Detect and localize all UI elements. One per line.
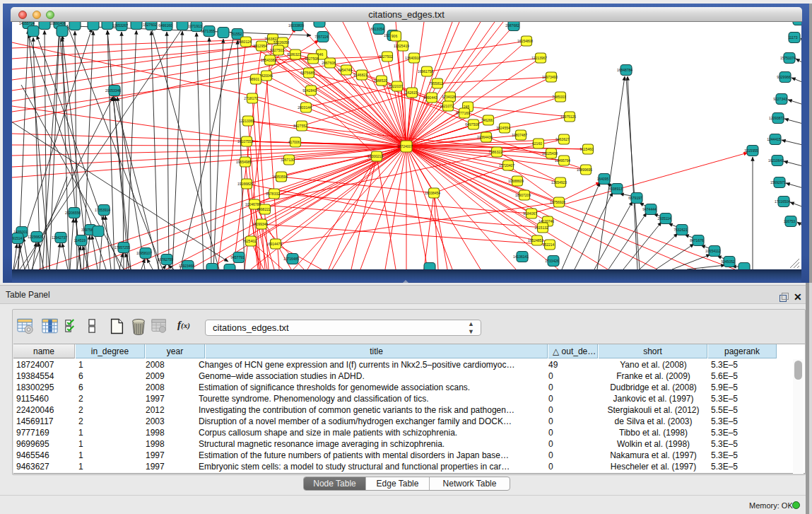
- svg-text:98901: 98901: [249, 77, 259, 81]
- svg-text:2718170: 2718170: [244, 96, 258, 100]
- svg-text:14055724: 14055724: [19, 22, 35, 25]
- svg-text:906: 906: [392, 34, 398, 38]
- svg-text:3824554: 3824554: [496, 126, 510, 130]
- svg-text:19524851: 19524851: [528, 238, 543, 243]
- svg-text:9457791: 9457791: [230, 255, 245, 259]
- svg-text:13716485: 13716485: [283, 257, 299, 261]
- svg-text:9327508: 9327508: [305, 57, 319, 61]
- svg-text:10654112: 10654112: [705, 249, 721, 253]
- svg-text:12093872: 12093872: [769, 116, 784, 120]
- svg-text:9327503: 9327503: [270, 48, 284, 52]
- svg-text:8427552: 8427552: [293, 124, 307, 128]
- svg-text:15300213: 15300213: [367, 154, 383, 158]
- svg-text:8912954: 8912954: [253, 44, 267, 48]
- svg-text:18724007: 18724007: [397, 144, 413, 148]
- svg-text:391514: 391514: [12, 236, 23, 240]
- svg-text:751552: 751552: [230, 32, 242, 36]
- svg-text:8454749: 8454749: [338, 68, 352, 72]
- svg-text:417006: 417006: [288, 140, 300, 144]
- svg-text:9146821: 9146821: [353, 73, 367, 77]
- svg-text:8322037: 8322037: [389, 84, 403, 88]
- svg-text:10688609: 10688609: [508, 179, 524, 183]
- svg-text:1244415: 1244415: [767, 137, 781, 141]
- svg-text:10046788: 10046788: [245, 202, 261, 206]
- svg-text:7386322: 7386322: [488, 150, 502, 154]
- svg-text:9327502: 9327502: [379, 54, 393, 59]
- svg-text:8471676: 8471676: [690, 238, 704, 243]
- svg-text:2087682: 2087682: [505, 23, 519, 28]
- svg-text:9463627: 9463627: [555, 137, 570, 141]
- svg-text:17353914: 17353914: [95, 208, 110, 212]
- svg-text:16848784: 16848784: [617, 68, 632, 72]
- svg-text:14136141: 14136141: [513, 255, 529, 259]
- svg-text:13495794: 13495794: [555, 158, 570, 163]
- svg-text:3215955: 3215955: [744, 148, 758, 153]
- svg-text:9329966: 9329966: [777, 75, 791, 79]
- svg-text:6466160: 6466160: [158, 23, 172, 28]
- svg-text:6990443: 6990443: [423, 95, 437, 100]
- svg-text:9242843: 9242843: [302, 88, 317, 93]
- svg-text:4498222: 4498222: [257, 207, 271, 211]
- svg-text:19166825: 19166825: [237, 182, 253, 186]
- svg-text:10107553: 10107553: [237, 139, 253, 144]
- svg-text:2935114: 2935114: [657, 216, 671, 221]
- svg-text:17016504: 17016504: [775, 199, 790, 204]
- svg-text:5875685: 5875685: [300, 71, 314, 75]
- svg-text:9184067: 9184067: [523, 211, 537, 216]
- svg-text:12156829: 12156829: [28, 235, 43, 239]
- svg-text:20053346: 20053346: [105, 88, 121, 93]
- svg-text:19756928: 19756928: [550, 200, 565, 204]
- svg-text:16154808: 16154808: [517, 39, 533, 43]
- svg-text:11325419: 11325419: [394, 44, 409, 48]
- svg-text:1071913: 1071913: [188, 24, 202, 28]
- svg-text:17957255: 17957255: [114, 245, 130, 250]
- svg-text:12213967: 12213967: [531, 56, 547, 60]
- svg-text:19654985: 19654985: [236, 160, 252, 164]
- svg-text:13654923: 13654923: [551, 180, 567, 185]
- svg-text:9227343: 9227343: [773, 97, 787, 101]
- svg-text:13640910: 13640910: [405, 56, 420, 60]
- svg-text:9734028: 9734028: [442, 95, 456, 99]
- svg-text:1671355: 1671355: [201, 29, 215, 33]
- svg-text:6497508: 6497508: [465, 122, 479, 127]
- svg-text:8813054: 8813054: [370, 27, 384, 31]
- svg-text:15751074: 15751074: [780, 56, 796, 60]
- svg-text:16914479: 16914479: [266, 242, 282, 246]
- svg-text:10973493: 10973493: [542, 75, 558, 79]
- svg-text:7485003: 7485003: [552, 95, 566, 99]
- svg-text:8660124: 8660124: [237, 40, 252, 44]
- svg-text:6679197: 6679197: [628, 196, 642, 200]
- svg-text:1621072: 1621072: [440, 104, 454, 108]
- svg-text:19338454: 19338454: [425, 191, 440, 195]
- svg-text:9245052: 9245052: [721, 259, 735, 264]
- svg-text:252214: 252214: [543, 243, 555, 247]
- svg-text:15720407: 15720407: [499, 163, 514, 168]
- svg-text:10653267: 10653267: [112, 23, 128, 28]
- svg-text:8938913: 8938913: [608, 187, 623, 191]
- svg-text:12942737: 12942737: [52, 235, 67, 240]
- svg-text:1615132: 1615132: [534, 226, 548, 230]
- svg-text:16033809: 16033809: [288, 23, 304, 28]
- svg-text:2803144: 2803144: [298, 105, 312, 110]
- svg-text:9115460: 9115460: [579, 147, 593, 151]
- svg-text:1162615: 1162615: [404, 90, 417, 95]
- svg-text:746266: 746266: [481, 118, 493, 122]
- svg-text:116753: 116753: [784, 219, 796, 223]
- svg-text:12213369: 12213369: [239, 119, 254, 123]
- svg-text:16210643: 16210643: [768, 158, 784, 163]
- svg-text:21364436: 21364436: [477, 135, 493, 139]
- svg-text:10899695: 10899695: [577, 168, 592, 172]
- svg-text:10025438: 10025438: [542, 151, 558, 156]
- svg-text:18907209: 18907209: [515, 193, 531, 197]
- svg-text:16782759: 16782759: [158, 257, 173, 262]
- svg-text:114519: 114519: [74, 238, 86, 243]
- svg-text:7632621: 7632621: [673, 228, 688, 232]
- svg-text:3267130: 3267130: [281, 158, 295, 162]
- svg-text:11173: 11173: [788, 35, 797, 40]
- svg-text:8678332: 8678332: [266, 192, 280, 196]
- svg-text:14099348: 14099348: [252, 222, 268, 226]
- svg-text:9777169: 9777169: [456, 111, 470, 115]
- svg-text:16543382: 16543382: [261, 58, 276, 62]
- svg-text:2867608: 2867608: [322, 61, 336, 65]
- svg-text:7625402: 7625402: [242, 239, 257, 243]
